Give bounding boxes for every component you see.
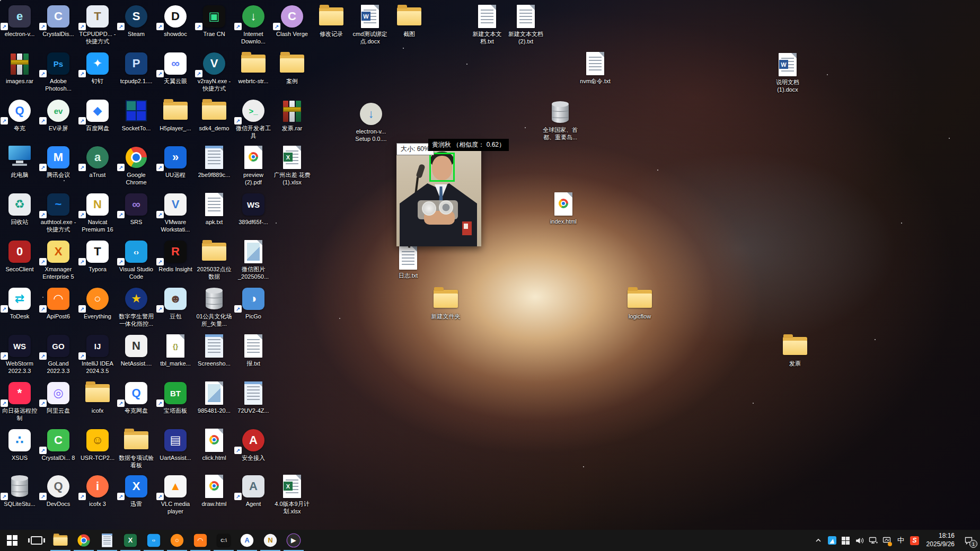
desktop-icon[interactable]: 2025032点位数据	[195, 238, 233, 281]
desktop-icon[interactable]: C↗Clash Verge	[273, 3, 311, 38]
desktop-icon[interactable]: 新建文本文档.txt	[468, 3, 506, 46]
desktop-icon[interactable]: Q↗夸克	[1, 97, 39, 132]
sogou-input-icon[interactable]: S	[908, 530, 921, 551]
desktop-icon[interactable]: X↗迅雷	[117, 473, 155, 508]
desktop-icon[interactable]: apk.txt	[195, 191, 233, 226]
desktop-icon[interactable]: ∞↗天翼云眼	[156, 50, 195, 85]
desktop-icon[interactable]: ▣↗Trae CN	[195, 3, 233, 38]
desktop-icon[interactable]: ▤UartAssist...	[156, 427, 195, 462]
ime-language-indicator[interactable]: 中	[895, 530, 907, 551]
desktop-icon[interactable]: 截图	[390, 3, 428, 38]
desktop-icon[interactable]: X广州出差 花费(1).xlsx	[273, 144, 311, 186]
desktop-icon[interactable]: C↗CrystalDis...	[39, 3, 77, 38]
taskbar-app-navicat[interactable]: N	[259, 530, 282, 551]
desktop-icon[interactable]: 此电脑	[1, 144, 39, 179]
taskbar-app-agent-app[interactable]: A	[235, 530, 259, 551]
desktop-icon[interactable]: 修改记录	[312, 3, 350, 38]
desktop-icon[interactable]: ◑↗PicGo	[234, 286, 272, 321]
desktop-icon[interactable]: ○↗Everything	[78, 286, 117, 321]
desktop-icon[interactable]: BT↗宝塔面板	[156, 380, 195, 415]
taskbar-app-apipost[interactable]: ◠	[189, 530, 212, 551]
taskbar-app-everything-search[interactable]: ○	[165, 530, 189, 551]
desktop-icon[interactable]: >_↗微信开发者工具	[234, 97, 272, 140]
taskbar-clock[interactable]: 18:16 2025/9/26	[922, 532, 959, 548]
desktop-icon[interactable]: ~↗authtool.exe - 快捷方式	[39, 191, 77, 234]
desktop-icon[interactable]: 日志.txt	[389, 245, 427, 280]
desktop-icon[interactable]: T↗TCPUDPD... - 快捷方式	[78, 3, 117, 46]
cast-screen-icon[interactable]	[881, 530, 894, 551]
taskbar-app-terminal[interactable]: C:\	[212, 530, 235, 551]
desktop-icon[interactable]: WS↗WebStorm 2022.3.3	[1, 333, 39, 375]
desktop-icon[interactable]: Ps↗Adobe Photosh...	[39, 50, 77, 93]
tray-window-panes-icon[interactable]	[840, 530, 852, 551]
desktop-icon[interactable]: ∞↗SRS	[117, 191, 155, 226]
desktop-icon[interactable]: A↗安全接入	[234, 427, 272, 462]
desktop-icon[interactable]: GO↗GoLand 2022.3.3	[39, 333, 77, 375]
desktop-icon[interactable]: logicflow	[621, 286, 659, 321]
desktop-icon[interactable]: *↗向日葵远程控制	[1, 380, 39, 422]
desktop-icon[interactable]: 报.txt	[234, 333, 272, 368]
face-preview-window[interactable]: 大小: 60% 黄润秋 （相似度： 0.62）	[396, 143, 481, 246]
desktop-icon[interactable]: click.html	[195, 427, 233, 462]
desktop-icon[interactable]: ★数字孪生警用一体化指控...	[117, 286, 155, 328]
desktop-icon[interactable]: ◆↗百度网盘	[78, 97, 117, 132]
desktop-icon[interactable]: ↓↗Internet Downlo...	[234, 3, 272, 46]
desktop-icon[interactable]: a↗aTrust	[78, 144, 117, 179]
desktop-icon[interactable]: SocketTo...	[117, 97, 155, 132]
desktop-icon[interactable]: C↗CrystalDi... 8	[39, 427, 77, 462]
desktop-icon[interactable]: 全球国家、首都、重要岛...	[541, 99, 579, 141]
desktop-icon[interactable]: H5player_...	[156, 97, 195, 132]
desktop-icon[interactable]: M↗腾讯会议	[39, 144, 77, 179]
desktop-icon[interactable]: ↓electron-v... Setup 0.0....	[352, 101, 390, 143]
desktop-icon[interactable]: ♻回收站	[1, 191, 39, 226]
desktop-icon[interactable]: X↗Xmanager Enterprise 5	[39, 238, 77, 281]
desktop-icon[interactable]: ◎↗阿里云盘	[39, 380, 77, 415]
desktop-icon[interactable]: IJ↗IntelliJ IDEA 2024.3.5	[78, 333, 117, 375]
desktop-icon[interactable]: Ptcpudp2.1....	[117, 50, 155, 85]
taskbar-app-notepad[interactable]	[95, 530, 119, 551]
desktop-icon[interactable]: preview (2).pdf	[234, 144, 272, 186]
desktop-icon[interactable]: 72UV2-4Z...	[234, 380, 272, 415]
desktop-icon[interactable]: X4.0版本9月计划.xlsx	[273, 473, 311, 516]
taskbar-app-excel[interactable]: X	[119, 530, 142, 551]
network-icon[interactable]	[867, 530, 880, 551]
desktop-icon[interactable]: ∴XSUS	[1, 427, 39, 462]
desktop-icon[interactable]: ☺USR-TCP2...	[78, 427, 117, 462]
desktop-icon[interactable]: A↗Agent	[234, 473, 272, 508]
desktop-icon[interactable]: icofx	[78, 380, 117, 415]
desktop-icon[interactable]: 新建文件夹	[427, 286, 465, 321]
taskbar-app-chrome[interactable]	[72, 530, 95, 551]
desktop-icon[interactable]: images.rar	[1, 50, 39, 85]
desktop-icon[interactable]: e↗electron-v...	[1, 3, 39, 38]
taskbar-app-media-player[interactable]: ▶	[282, 530, 305, 551]
desktop-icon[interactable]: {}tbl_marke...	[156, 333, 195, 368]
desktop-icon[interactable]: 0SecoClient	[1, 238, 39, 273]
tray-picgo-icon[interactable]	[826, 530, 838, 551]
desktop-wallpaper[interactable]: e↗electron-v...C↗CrystalDis...T↗TCPUDPD.…	[0, 0, 980, 530]
task-view-button[interactable]	[24, 530, 49, 551]
desktop-icon[interactable]: 01公共文化场所_矢量...	[195, 286, 233, 328]
desktop-icon[interactable]: nvm命令.txt	[576, 50, 614, 85]
desktop-icon[interactable]: W说明文档 (1).docx	[769, 51, 807, 94]
desktop-icon[interactable]: R↗Redis Insight	[156, 238, 195, 273]
desktop-icon[interactable]: V↗v2rayN.exe - 快捷方式	[195, 50, 233, 93]
desktop-icon[interactable]: ‹›↗Visual Studio Code	[117, 238, 155, 281]
desktop-icon[interactable]: T↗Typora	[78, 238, 117, 273]
desktop-icon[interactable]: ▲↗VLC media player	[156, 473, 195, 516]
desktop-icon[interactable]: 新建文本文档 (2).txt	[507, 3, 545, 46]
desktop-icon[interactable]: 微信图片_2025050...	[234, 238, 272, 281]
desktop-icon[interactable]: ↗SQLiteStu...	[1, 473, 39, 508]
desktop-icon[interactable]: V↗VMware Workstati...	[156, 191, 195, 234]
desktop-icon[interactable]: D↗showdoc	[156, 3, 195, 38]
desktop-icon[interactable]: ⇄↗ToDesk	[1, 286, 39, 321]
desktop-icon[interactable]: 2be9f889c...	[195, 144, 233, 179]
desktop-icon[interactable]: WS389df65f-...	[234, 191, 272, 226]
desktop-icon[interactable]: »↗UU远程	[156, 144, 195, 179]
desktop-icon[interactable]: 案例	[273, 50, 311, 85]
desktop-icon[interactable]: Q↗夸克网盘	[117, 380, 155, 415]
taskbar-app-file-explorer[interactable]	[49, 530, 72, 551]
desktop-icon[interactable]: Screensho...	[195, 333, 233, 368]
desktop-icon[interactable]: ◠↗ApiPost6	[39, 286, 77, 321]
desktop-icon[interactable]: draw.html	[195, 473, 233, 508]
desktop-icon[interactable]: NNetAssist....	[117, 333, 155, 368]
